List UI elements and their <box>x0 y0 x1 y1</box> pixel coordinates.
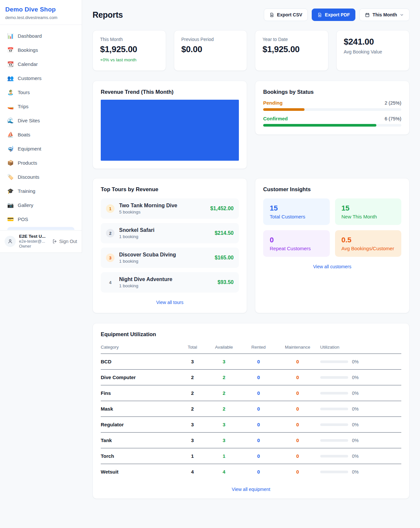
file-download-icon <box>317 12 322 17</box>
header-actions: Export CSV Export PDF This Month <box>264 9 410 21</box>
sidebar-nav: 📊Dashboard 📅Bookings 📆Calendar 👥Customer… <box>0 25 82 230</box>
equipment-icon: 🤿 <box>7 146 14 152</box>
column-header: Maintenance <box>275 342 320 354</box>
export-csv-label: Export CSV <box>277 12 302 17</box>
utilization-bar <box>320 439 348 442</box>
tour-revenue: $214.50 <box>215 230 234 236</box>
view-all-tours-link[interactable]: View all tours <box>101 300 239 305</box>
calendar-icon: 📆 <box>7 61 14 67</box>
tour-row: 2 Snorkel Safari 1 booking $214.50 <box>101 223 239 243</box>
table-row: Tank 3 3 0 0 0% <box>101 433 401 448</box>
export-csv-button[interactable]: Export CSV <box>264 9 308 21</box>
utilization-bar <box>320 360 348 363</box>
utilization-pct: 0% <box>352 469 359 475</box>
cell-category: Regulator <box>101 417 179 433</box>
page-title: Reports <box>93 10 123 20</box>
tile-avg-bookings-customer: 0.5 Avg Bookings/Customer <box>335 230 402 257</box>
table-row: Fins 2 2 0 0 0% <box>101 385 401 401</box>
stat-value: $0.00 <box>181 44 240 54</box>
bookings-by-status-card: Bookings by Status Pending 2 (25%) Confi… <box>255 81 410 135</box>
cell-category: Fins <box>101 385 179 401</box>
revenue-trend-title: Revenue Trend (This Month) <box>101 89 239 95</box>
utilization-pct: 0% <box>352 359 359 364</box>
sidebar-item-discounts[interactable]: 🏷️Discounts <box>4 171 78 183</box>
sidebar-item-customers[interactable]: 👥Customers <box>4 72 78 84</box>
sidebar-item-trips[interactable]: 🚤Trips <box>4 100 78 112</box>
shop-header: Demo Dive Shop demo.test.divestreams.com <box>0 0 82 25</box>
tour-bookings: 5 bookings <box>119 210 206 214</box>
rank-badge: 3 <box>106 254 115 262</box>
sidebar-item-boats[interactable]: ⛵Boats <box>4 128 78 141</box>
table-row: Wetsuit 4 4 0 0 0% <box>101 464 401 480</box>
tile-new-this-month: 15 New This Month <box>335 198 402 225</box>
tour-name: Night Dive Adventure <box>119 276 213 282</box>
stat-card-year-to-date: Year to Date $1,925.00 <box>255 30 328 71</box>
period-dropdown[interactable]: This Month <box>359 9 410 21</box>
sidebar-item-label: Equipment <box>18 146 41 152</box>
sign-out-label: Sign Out <box>59 239 77 244</box>
sidebar-item-calendar[interactable]: 📆Calendar <box>4 58 78 70</box>
view-all-customers-link[interactable]: View all customers <box>263 264 401 269</box>
dive-sites-icon: 🌊 <box>7 117 14 124</box>
sidebar-item-pos[interactable]: 💳POS <box>4 213 78 225</box>
cell-category: Mask <box>101 401 179 417</box>
sidebar-item-label: POS <box>18 216 28 222</box>
progress-track <box>263 108 401 111</box>
utilization-pct: 0% <box>352 438 359 443</box>
cell-category: Tank <box>101 433 179 448</box>
equipment-utilization-title: Equipment Utilization <box>101 331 401 337</box>
training-icon: 🎓 <box>7 188 14 194</box>
shop-name: Demo Dive Shop <box>5 6 76 13</box>
shop-domain: demo.test.divestreams.com <box>5 15 76 20</box>
utilization-cell: 0% <box>320 391 401 396</box>
cell-available: 3 <box>206 417 242 433</box>
tile-value: 0 <box>270 236 323 244</box>
cell-total: 4 <box>179 464 206 480</box>
sidebar-item-label: Discounts <box>18 174 39 180</box>
stat-label: Avg Booking Value <box>344 49 402 54</box>
stat-label: Year to Date <box>262 37 321 42</box>
gallery-icon: 📷 <box>7 202 14 208</box>
sidebar-item-label: Training <box>18 188 35 194</box>
cell-total: 2 <box>179 370 206 385</box>
customer-insights-card: Customer Insights 15 Total Customers 15 … <box>255 178 410 313</box>
tile-value: 15 <box>270 204 323 213</box>
sidebar-item-label: Boats <box>18 132 30 137</box>
top-tours-title: Top Tours by Revenue <box>101 186 239 193</box>
sidebar-item-bookings[interactable]: 📅Bookings <box>4 44 78 56</box>
sidebar-item-tours[interactable]: 🏝️Tours <box>4 86 78 98</box>
sidebar-item-equipment[interactable]: 🤿Equipment <box>4 142 78 155</box>
sign-out-button[interactable]: Sign Out <box>52 239 77 244</box>
export-pdf-button[interactable]: Export PDF <box>312 9 355 21</box>
tour-name: Two Tank Morning Dive <box>119 203 206 209</box>
sidebar-item-selected-partial[interactable] <box>7 227 74 230</box>
tour-bookings: 1 booking <box>119 259 210 264</box>
sidebar-item-products[interactable]: 📦Products <box>4 156 78 169</box>
stat-delta: +0% vs last month <box>100 57 158 62</box>
sidebar-item-training[interactable]: 🎓Training <box>4 185 78 197</box>
utilization-bar <box>320 455 348 457</box>
utilization-bar <box>320 392 348 395</box>
table-row: Dive Computer 2 2 0 0 0% <box>101 370 401 385</box>
cell-available: 4 <box>206 464 242 480</box>
tour-revenue: $1,452.00 <box>210 206 234 212</box>
user-role: Owner <box>19 244 49 249</box>
stat-value: $241.00 <box>344 37 402 47</box>
stat-card-avg-booking-value: $241.00 Avg Booking Value <box>336 30 410 71</box>
table-row: Mask 2 2 0 0 0% <box>101 401 401 417</box>
sidebar-item-dashboard[interactable]: 📊Dashboard <box>4 30 78 42</box>
cell-category: Dive Computer <box>101 370 179 385</box>
charts-row: Revenue Trend (This Month) Bookings by S… <box>93 81 410 169</box>
cell-maintenance: 0 <box>275 448 320 464</box>
tile-total-customers: 15 Total Customers <box>263 198 330 225</box>
tour-revenue: $93.50 <box>218 279 234 285</box>
cell-category: Torch <box>101 448 179 464</box>
sidebar-item-gallery[interactable]: 📷Gallery <box>4 199 78 211</box>
cell-rented: 0 <box>242 354 275 370</box>
view-all-equipment-link[interactable]: View all equipment <box>101 487 401 492</box>
equipment-table: Category Total Available Rented Maintena… <box>101 342 401 479</box>
sidebar-item-dive-sites[interactable]: 🌊Dive Sites <box>4 114 78 127</box>
column-header: Category <box>101 342 179 354</box>
cell-rented: 0 <box>242 433 275 448</box>
utilization-cell: 0% <box>320 359 401 364</box>
